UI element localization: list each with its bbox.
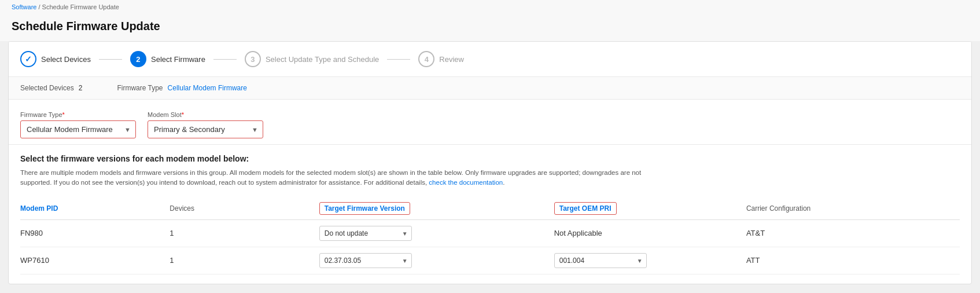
step1-label: Select Devices [41,55,91,64]
row1-firmware-select[interactable]: Do not update 02.37.03.05 [320,226,411,240]
step-sep-2 [213,59,237,60]
step4-circle: 4 [418,51,434,67]
table-row: FN980 1 Do not update 02.37.03.05 ▼ Not … [20,219,960,247]
target-firmware-header-box: Target Firmware Version [319,202,410,215]
breadcrumb-current: Schedule Firmware Update [42,3,119,10]
versions-heading: Select the firmware versions for each mo… [20,154,960,163]
col-header-target-oem: Target OEM PRI [554,197,746,220]
step-select-update: 3 Select Update Type and Schedule [245,51,379,67]
step2-circle: 2 [130,51,146,67]
step2-number: 2 [136,55,140,64]
row1-firmware-cell: Do not update 02.37.03.05 ▼ [319,219,554,247]
step2-label: Select Firmware [151,55,205,64]
modem-slot-field: Modem Slot* Primary & Secondary Primary … [148,111,263,138]
form-section: Firmware Type* Cellular Modem Firmware R… [9,100,971,145]
modem-slot-label-field: Modem Slot* [148,111,263,118]
firmware-type-label-field: Firmware Type* [20,111,136,118]
info-bar: Selected Devices 2 Firmware Type Cellula… [9,77,971,100]
firmware-type-select[interactable]: Cellular Modem Firmware Router Firmware [21,121,135,138]
row1-oem-static: Not Applicable [554,229,602,237]
step4-number: 4 [425,55,429,64]
row1-carrier: AT&T [746,219,960,247]
selected-devices-label: Selected Devices [20,84,74,92]
step3-circle: 3 [245,51,261,67]
steps-bar: ✓ Select Devices 2 Select Firmware 3 Sel… [9,42,971,77]
row2-oem-select[interactable]: 001.004 001.003 [555,254,646,268]
step1-checkmark-icon: ✓ [25,54,32,64]
col-header-target-firmware: Target Firmware Version [319,197,554,220]
row1-devices: 1 [170,219,319,247]
modem-slot-select-wrapper: Primary & Secondary Primary Secondary ▼ [148,120,263,138]
documentation-link[interactable]: check the documentation [429,179,503,186]
row2-carrier: ATT [746,247,960,274]
step-sep-1 [99,59,122,60]
firmware-type-value: Cellular Modem Firmware [168,84,247,92]
step-select-firmware: 2 Select Firmware [130,51,205,67]
target-oem-header-box: Target OEM PRI [554,202,617,215]
row1-modem-pid: FN980 [20,219,170,247]
row2-modem-pid: WP7610 [20,247,170,274]
step3-number: 3 [250,55,255,64]
breadcrumb: Software / Schedule Firmware Update [0,0,980,14]
col-header-modem-pid: Modem PID [20,197,170,220]
selected-devices-info: Selected Devices 2 [20,84,82,92]
step3-label: Select Update Type and Schedule [266,55,379,64]
row1-firmware-select-wrapper: Do not update 02.37.03.05 ▼ [319,226,412,241]
row2-firmware-select-wrapper: Do not update 02.37.03.05 ▼ [319,253,412,268]
row2-firmware-select[interactable]: Do not update 02.37.03.05 [320,254,411,268]
row1-oem-cell: Not Applicable [554,219,746,247]
firmware-type-label: Firmware Type [117,84,163,92]
row2-firmware-cell: Do not update 02.37.03.05 ▼ [319,247,554,274]
selected-devices-value: 2 [79,84,83,92]
firmware-type-field: Firmware Type* Cellular Modem Firmware R… [20,111,136,138]
main-container: ✓ Select Devices 2 Select Firmware 3 Sel… [8,41,972,284]
modem-slot-select[interactable]: Primary & Secondary Primary Secondary [148,121,263,138]
step-sep-3 [387,59,410,60]
row2-oem-select-wrapper: 001.004 001.003 ▼ [554,253,647,268]
versions-section: Select the firmware versions for each mo… [9,145,971,284]
firmware-table: Modem PID Devices Target Firmware Versio… [20,197,960,274]
col-header-devices: Devices [170,197,319,220]
step4-label: Review [439,55,464,64]
col-header-carrier: Carrier Configuration [746,197,960,220]
breadcrumb-software[interactable]: Software [12,3,36,10]
step1-circle: ✓ [20,51,36,67]
step-select-devices: ✓ Select Devices [20,51,91,67]
table-row: WP7610 1 Do not update 02.37.03.05 ▼ [20,247,960,274]
row2-devices: 1 [170,247,319,274]
row2-oem-cell: 001.004 001.003 ▼ [554,247,746,274]
step-review: 4 Review [418,51,464,67]
firmware-type-select-wrapper: Cellular Modem Firmware Router Firmware … [20,120,136,138]
firmware-type-info: Firmware Type Cellular Modem Firmware [117,84,247,92]
page-title: Schedule Firmware Update [0,14,980,41]
versions-note: There are multiple modem models and firm… [20,168,657,188]
